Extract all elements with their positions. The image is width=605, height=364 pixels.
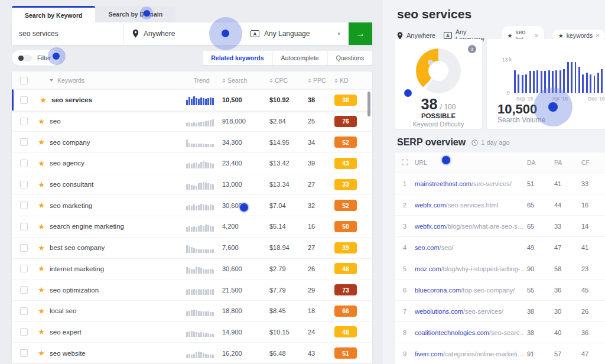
keyword-cell[interactable]: seo website: [50, 350, 181, 357]
url-link[interactable]: webfx.com: [415, 202, 446, 209]
keyword-table-row[interactable]: ★ seo 918,000 $2.84 25 76: [12, 110, 372, 132]
keyword-cell[interactable]: best seo company: [50, 244, 181, 251]
column-cpc[interactable]: CPC: [269, 77, 308, 84]
star-icon[interactable]: ★: [33, 138, 50, 147]
column-ppc[interactable]: PPC: [308, 77, 334, 84]
serp-table-row[interactable]: 7 webolutions.com/seo-services/ 38 30 26: [395, 300, 605, 321]
row-checkbox[interactable]: [20, 138, 28, 146]
url-link[interactable]: fiverr.com: [415, 350, 443, 358]
keyword-table-row[interactable]: ★ seo consultant 13,000 $13.34 27 33: [12, 174, 372, 195]
url-link[interactable]: webolutions.com: [415, 308, 463, 315]
serp-table-row[interactable]: 2 webfx.com/seo-services.html 65 44 16: [395, 194, 605, 215]
star-icon[interactable]: ★: [33, 349, 50, 358]
star-icon: ★: [508, 32, 513, 39]
keyword-cell[interactable]: seo agency: [50, 160, 181, 167]
keyword-cell[interactable]: internet marketing: [50, 265, 181, 272]
keyword-cell[interactable]: seo consultant: [50, 181, 181, 188]
keyword-table-row[interactable]: ★ seo optimization 21,500 $7.79 29 73: [12, 279, 372, 300]
url-link[interactable]: mainstreethost.com: [415, 180, 471, 187]
url-link[interactable]: bluecorona.com: [415, 287, 461, 294]
star-icon[interactable]: ★: [33, 222, 50, 231]
keyword-cell[interactable]: seo optimization: [50, 287, 181, 294]
star-icon[interactable]: ★: [33, 201, 50, 210]
language-select[interactable]: A Any Language ▾: [242, 22, 349, 45]
keyword-table-row[interactable]: ★ seo expert 14,900 $10.15 24 48: [12, 321, 372, 343]
search-submit-button[interactable]: →: [349, 22, 372, 45]
serp-table-row[interactable]: 1 mainstreethost.com/seo-services/ 51 41…: [395, 173, 605, 194]
keyword-cell[interactable]: seo: [50, 118, 181, 125]
keyword-table-row[interactable]: ★ seo website 16,200 $6.48 43 51: [12, 342, 372, 363]
serp-table-row[interactable]: 3 webfx.com/blog/seo/what-are-seo-s… 65 …: [395, 215, 605, 236]
keyword-table-row[interactable]: ★ internet marketing 30,600 $2.79 26 48: [12, 258, 372, 280]
star-icon[interactable]: ★: [33, 180, 50, 189]
keyword-table-row[interactable]: ★ seo agency 23,400 $13.42 39 43: [12, 152, 372, 174]
star-icon[interactable]: ★: [33, 159, 50, 168]
star-icon[interactable]: ★: [33, 117, 50, 126]
serp-table-row[interactable]: 4 seo.com/seo/ 49 47 41: [395, 236, 605, 258]
cpc-cell: $2.84: [269, 118, 308, 125]
row-checkbox[interactable]: [20, 286, 28, 294]
star-icon[interactable]: ★: [33, 264, 50, 273]
keyword-cell[interactable]: seo expert: [50, 329, 181, 336]
keyword-table-row[interactable]: ★ seo services 10,500 $10.92 38 38: [12, 89, 372, 110]
keyword-input[interactable]: seo services: [12, 22, 124, 45]
tab-related-keywords[interactable]: Related keywords: [203, 51, 272, 65]
star-icon[interactable]: ★: [33, 307, 50, 316]
star-icon[interactable]: ★: [35, 96, 51, 105]
url-link[interactable]: moz.com: [415, 265, 441, 272]
row-checkbox[interactable]: [20, 202, 28, 209]
row-checkbox[interactable]: [20, 96, 28, 104]
toggle-switch-icon[interactable]: [18, 55, 32, 61]
url-link[interactable]: webfx.com: [415, 223, 446, 230]
row-checkbox[interactable]: [20, 118, 28, 125]
search-volume-cell: 918,000: [222, 118, 269, 125]
keyword-table-row[interactable]: ★ local seo 18,800 $8.45 18 66: [12, 300, 372, 321]
row-checkbox[interactable]: [20, 349, 28, 357]
row-checkbox[interactable]: [20, 265, 28, 272]
url-link[interactable]: coalitiontechnologies.com: [415, 329, 489, 336]
serp-table-row[interactable]: 9 fiverr.com/categories/online-marketi… …: [395, 343, 605, 364]
expand-icon[interactable]: [402, 159, 415, 167]
url-cell: moz.com/blog/why-i-stopped-selling-…: [415, 265, 523, 272]
table-scrollbar[interactable]: [367, 92, 370, 116]
keyword-table-row[interactable]: ★ seo marketing 30,600 $7.04 32 52: [12, 194, 372, 216]
keyword-cell[interactable]: seo services: [51, 96, 181, 103]
serp-table-row[interactable]: 5 moz.com/blog/why-i-stopped-selling-… 9…: [395, 258, 605, 279]
difficulty-donut-chart: [416, 48, 461, 93]
tab-search-by-keyword[interactable]: Search by Keyword: [12, 6, 95, 22]
keyword-cell[interactable]: seo company: [50, 139, 181, 146]
row-checkbox[interactable]: [20, 181, 28, 188]
search-volume-cell: 30,600: [222, 202, 269, 209]
column-search[interactable]: Search: [222, 77, 269, 84]
star-icon[interactable]: ★: [33, 285, 50, 294]
row-checkbox[interactable]: [20, 328, 28, 336]
url-link[interactable]: seo.com: [415, 244, 440, 251]
column-kd[interactable]: KD: [334, 77, 372, 84]
keyword-table-row[interactable]: ★ best seo company 7,600 $18.94 27 39: [12, 237, 372, 258]
info-icon[interactable]: i: [468, 45, 476, 53]
url-cell: webolutions.com/seo-services/: [415, 308, 523, 315]
row-checkbox[interactable]: [20, 223, 28, 230]
row-checkbox[interactable]: [20, 160, 28, 167]
tab-autocomplete[interactable]: Autocomplete: [272, 51, 327, 65]
keyword-table-row[interactable]: ★ seo company 34,300 $14.95 34 52: [12, 131, 372, 152]
serp-table-row[interactable]: 8 coalitiontechnologies.com/seo-searc… 3…: [395, 321, 605, 343]
tab-questions[interactable]: Questions: [327, 51, 372, 65]
keyword-cell[interactable]: search engine marketing: [50, 223, 181, 230]
star-icon[interactable]: ★: [33, 243, 50, 252]
row-checkbox[interactable]: [20, 307, 28, 315]
select-all-checkbox[interactable]: [20, 77, 28, 84]
row-checkbox[interactable]: [20, 244, 28, 252]
remove-tag-icon[interactable]: ×: [535, 32, 538, 39]
rank-cell: 1: [395, 180, 415, 187]
location-select[interactable]: Anywhere: [124, 22, 242, 45]
filter-toggle[interactable]: Filter: [12, 50, 60, 66]
keyword-cell[interactable]: seo marketing: [50, 202, 181, 209]
star-icon[interactable]: ★: [33, 327, 50, 336]
tab-search-by-domain[interactable]: Search by Domain: [95, 6, 175, 22]
keyword-cell[interactable]: local seo: [50, 307, 181, 314]
serp-table-row[interactable]: 6 bluecorona.com/top-seo-company/ 55 36 …: [395, 279, 605, 300]
keyword-table-row[interactable]: ★ search engine marketing 4,200 $5.14 16…: [12, 216, 372, 237]
remove-tag-icon[interactable]: ×: [596, 32, 599, 39]
column-keywords[interactable]: Keywords: [50, 77, 181, 84]
